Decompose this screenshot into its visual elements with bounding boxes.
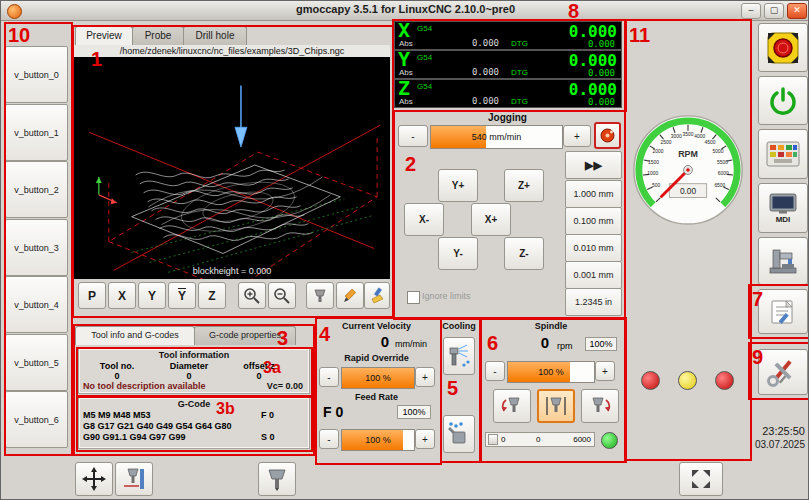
spindle-cw-icon [587, 394, 613, 418]
sidebar-button-1[interactable]: v_button_1 [5, 104, 68, 161]
view-y-button[interactable]: Y [138, 282, 166, 309]
svg-text:1000: 1000 [647, 171, 658, 176]
rpm-gauge: 500 1000 1500 2000 2500 3000 3500 4000 4… [629, 109, 747, 227]
jog-z-minus-button[interactable]: Z- [504, 237, 544, 270]
spindle-at-speed-led [601, 432, 618, 449]
jog-wheel-button[interactable] [594, 122, 621, 149]
tool-editor-button[interactable] [758, 289, 808, 334]
spindle-ccw-button[interactable] [493, 389, 531, 423]
fullscreen-button[interactable] [679, 462, 723, 496]
tab-tool-info[interactable]: Tool info and G-codes [75, 326, 195, 345]
increment-01mm-button[interactable]: 0.100 mm [565, 207, 622, 235]
power-icon [768, 86, 798, 116]
virtual-keyboard-button[interactable] [758, 129, 808, 179]
increment-0001mm-button[interactable]: 0.001 mm [565, 261, 622, 289]
sidebar-button-0[interactable]: v_button_0 [5, 46, 68, 103]
jog-speed-minus-button[interactable]: - [398, 125, 428, 147]
edit-gcode-button[interactable] [336, 282, 364, 309]
view-z-button[interactable]: Z [198, 282, 226, 309]
jog-z-plus-button[interactable]: Z+ [504, 169, 544, 202]
mist-coolant-button[interactable] [443, 337, 475, 375]
status-led-right-red [715, 371, 734, 390]
sidebar-button-2[interactable]: v_button_2 [5, 161, 68, 218]
tab-preview[interactable]: Preview [75, 26, 133, 45]
flood-coolant-button[interactable] [443, 415, 475, 453]
estop-button[interactable] [758, 23, 808, 72]
svg-text:3000: 3000 [671, 134, 682, 139]
view-y2-button[interactable]: Y [168, 282, 196, 309]
handwheel-icon [599, 127, 616, 144]
sidebar-button-4[interactable]: v_button_4 [5, 276, 68, 333]
jog-speed-value: 540 mm/min [431, 126, 562, 148]
tab-gcode-properties[interactable]: G-code properties [194, 326, 296, 345]
zoom-in-button[interactable] [238, 282, 266, 309]
touch-off-button[interactable] [75, 462, 113, 496]
tool-path-button[interactable] [306, 282, 334, 309]
tool-no-value: 0 [87, 371, 147, 381]
mdi-button[interactable]: MDI [758, 183, 808, 233]
scale-handle[interactable] [488, 434, 498, 445]
dtg-value: 0.000 [588, 39, 615, 49]
tool-change-button[interactable] [258, 462, 296, 496]
dro-axis-z[interactable]: Z G54 Abs 0.000 DTG 0.000 0.000 [394, 79, 622, 108]
spindle-cw-button[interactable] [581, 389, 619, 423]
machine-on-button[interactable] [758, 76, 808, 125]
svg-text:1500: 1500 [648, 160, 659, 165]
current-velocity-title: Current Velocity [317, 321, 436, 331]
notebook-icon [768, 298, 798, 326]
increment-1mm-button[interactable]: 1.000 mm [565, 180, 622, 208]
abs-value: 0.000 [447, 38, 499, 48]
spindle-ccw-icon [499, 394, 525, 418]
jog-y-plus-button[interactable]: Y+ [438, 169, 478, 202]
jog-y-minus-button[interactable]: Y- [438, 237, 478, 270]
rpm-value: 0.00 [680, 186, 697, 196]
abs-value: 0.000 [447, 67, 499, 77]
close-button[interactable]: ✕ [787, 3, 807, 19]
tab-drill-hole[interactable]: Drill hole [183, 26, 247, 45]
increment-inch-button[interactable]: 1.2345 in [565, 288, 622, 316]
feed-percent: 100% [397, 405, 431, 419]
view-x-button[interactable]: X [108, 282, 136, 309]
ignore-limits-checkbox[interactable] [407, 291, 420, 304]
maximize-button[interactable]: ▢ [764, 3, 784, 19]
rapid-minus-button[interactable]: - [319, 367, 339, 387]
spindle-override-bar[interactable]: 100 % [507, 361, 595, 383]
settings-button[interactable] [758, 349, 808, 395]
spindle-plus-button[interactable]: + [595, 361, 615, 381]
zoom-out-button[interactable] [268, 282, 296, 309]
coord-system: G54 [417, 82, 432, 91]
feed-minus-button[interactable]: - [319, 429, 339, 449]
blockheight-label: blockheight = 0.000 [74, 266, 390, 276]
sidebar-button-5[interactable]: v_button_5 [5, 334, 68, 391]
minimize-button[interactable]: – [741, 3, 761, 19]
view-perspective-button[interactable]: P [78, 282, 106, 309]
rapid-plus-button[interactable]: + [415, 367, 435, 387]
spindle-minus-button[interactable]: - [485, 361, 505, 381]
feed-plus-button[interactable]: + [415, 429, 435, 449]
loaded-file-path: /home/zdenek/linuxcnc/nc_files/examples/… [74, 45, 390, 57]
jog-x-minus-button[interactable]: X- [404, 203, 444, 236]
dro-axis-y[interactable]: Y G54 Abs 0.000 DTG 0.000 0.000 [394, 50, 622, 79]
feed-rate-value: 100 % [342, 430, 414, 450]
machine-settings-button[interactable] [758, 237, 808, 285]
jog-speed-bar[interactable]: 540 mm/min [430, 125, 563, 149]
feed-rate-bar[interactable]: 100 % [341, 429, 415, 451]
preview-3d-view[interactable]: blockheight = 0.000 [74, 57, 390, 279]
zoom-in-icon [243, 287, 261, 305]
mdi-monitor-icon [768, 193, 798, 215]
jog-x-plus-button[interactable]: X+ [471, 203, 511, 236]
dro-axis-x[interactable]: X G54 Abs 0.000 DTG 0.000 0.000 [394, 21, 622, 50]
spindle-speed-scale[interactable]: 0 0 6000 [485, 432, 595, 447]
clear-plot-button[interactable] [364, 282, 390, 309]
tool-information-title: Tool information [79, 350, 309, 360]
tool-measure-button[interactable] [115, 462, 153, 496]
sidebar-button-3[interactable]: v_button_3 [5, 219, 68, 276]
jog-speed-plus-button[interactable]: + [563, 125, 591, 147]
jog-continuous-button[interactable]: ▶▶ [565, 151, 622, 179]
annotation-label-10: 10 [8, 25, 30, 45]
rapid-override-bar[interactable]: 100 % [341, 367, 415, 389]
sidebar-button-6[interactable]: v_button_6 [5, 391, 68, 448]
spindle-stop-button[interactable] [537, 389, 575, 423]
increment-001mm-button[interactable]: 0.010 mm [565, 234, 622, 262]
tab-probe[interactable]: Probe [132, 26, 184, 45]
